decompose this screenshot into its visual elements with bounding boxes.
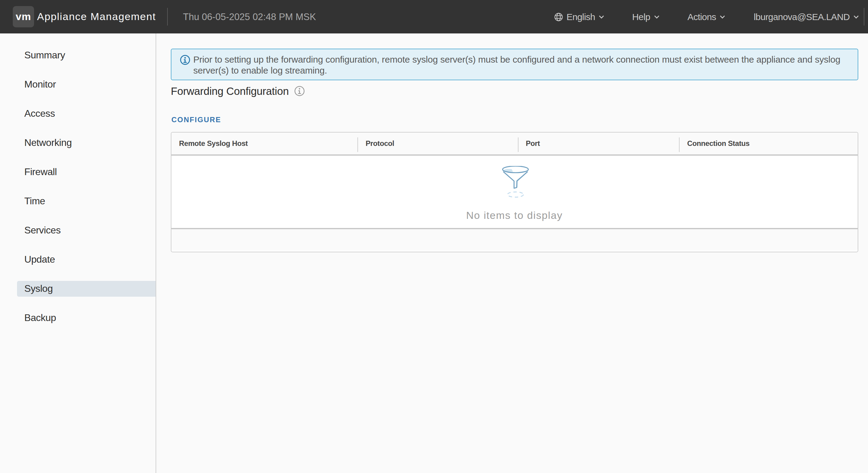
column-header[interactable]: Port bbox=[518, 132, 680, 154]
sidebar-item[interactable]: Monitor bbox=[17, 77, 155, 92]
chevron-down-icon bbox=[854, 15, 859, 19]
actions-menu[interactable]: Actions bbox=[687, 0, 725, 33]
table-body: No items to display bbox=[172, 156, 857, 229]
sidebar-item[interactable]: Time bbox=[17, 193, 155, 209]
sidebar-item-label: Syslog bbox=[24, 283, 53, 294]
sidebar-item[interactable]: Firewall bbox=[17, 164, 155, 180]
main-content: Prior to setting up the forwarding confi… bbox=[157, 33, 868, 473]
language-label: English bbox=[566, 11, 595, 22]
actions-label: Actions bbox=[687, 11, 716, 22]
sidebar-item[interactable]: Update bbox=[17, 252, 155, 267]
column-header[interactable]: Protocol bbox=[358, 132, 518, 154]
column-header-label: Protocol bbox=[366, 139, 394, 148]
sidebar-item[interactable]: Syslog bbox=[17, 281, 155, 297]
configure-button[interactable]: CONFIGURE bbox=[172, 116, 221, 124]
appliance-management-window: vm Appliance Management Thu 06-05-2025 0… bbox=[0, 0, 868, 473]
sidebar-item-label: Services bbox=[24, 225, 61, 236]
table-footer bbox=[172, 229, 857, 250]
language-menu[interactable]: English bbox=[554, 0, 604, 33]
sidebar-nav: Summary Monitor Access Networking Firewa… bbox=[0, 33, 155, 326]
sidebar-item-label: Access bbox=[24, 108, 55, 119]
column-header-label: Connection Status bbox=[687, 139, 749, 148]
user-label: lburganova@SEA.LAND bbox=[754, 11, 850, 22]
info-alert: Prior to setting up the forwarding confi… bbox=[171, 48, 858, 80]
sidebar-item[interactable]: Services bbox=[17, 223, 155, 238]
table-header: Remote Syslog Host Protocol Port Connect… bbox=[172, 132, 857, 156]
user-menu[interactable]: lburganova@SEA.LAND bbox=[754, 0, 859, 33]
column-header[interactable]: Connection Status bbox=[680, 132, 857, 154]
sidebar-item-label: Update bbox=[24, 254, 55, 265]
column-header[interactable]: Remote Syslog Host bbox=[172, 132, 358, 154]
topbar-datetime: Thu 06-05-2025 02:48 PM MSK bbox=[183, 0, 316, 33]
page-title: Forwarding Configuration bbox=[171, 83, 289, 99]
chevron-down-icon bbox=[720, 15, 725, 19]
sidebar-item[interactable]: Summary bbox=[17, 48, 155, 63]
column-header-label: Remote Syslog Host bbox=[179, 139, 248, 148]
sidebar-item-label: Time bbox=[24, 196, 45, 207]
topbar-divider bbox=[864, 8, 864, 26]
empty-table-message: No items to display bbox=[172, 210, 857, 222]
sidebar: Summary Monitor Access Networking Firewa… bbox=[0, 33, 156, 473]
app-title: Appliance Management bbox=[37, 0, 156, 33]
help-label: Help bbox=[632, 11, 650, 22]
sidebar-item-label: Firewall bbox=[24, 167, 57, 178]
syslog-table: Remote Syslog Host Protocol Port Connect… bbox=[171, 131, 858, 252]
sidebar-item-label: Backup bbox=[24, 313, 56, 323]
topbar-divider bbox=[167, 8, 168, 26]
info-icon[interactable] bbox=[294, 86, 305, 96]
help-menu[interactable]: Help bbox=[632, 0, 659, 33]
sidebar-item-label: Networking bbox=[24, 138, 72, 148]
topbar: vm Appliance Management Thu 06-05-2025 0… bbox=[0, 0, 868, 33]
sidebar-item[interactable]: Access bbox=[17, 106, 155, 122]
vmware-logo-text: vm bbox=[16, 11, 31, 23]
sidebar-item-label: Monitor bbox=[24, 79, 56, 90]
globe-icon bbox=[554, 12, 563, 21]
info-circle-icon bbox=[180, 55, 190, 65]
chevron-down-icon bbox=[654, 15, 659, 19]
chevron-down-icon bbox=[599, 15, 604, 19]
sidebar-item[interactable]: Backup bbox=[17, 310, 155, 326]
vmware-logo: vm bbox=[13, 6, 34, 27]
sidebar-item[interactable]: Networking bbox=[17, 135, 155, 151]
empty-filter-funnel-icon bbox=[498, 166, 532, 199]
column-header-label: Port bbox=[526, 139, 540, 148]
sidebar-item-label: Summary bbox=[24, 50, 65, 61]
info-alert-text: Prior to setting up the forwarding confi… bbox=[193, 54, 844, 76]
